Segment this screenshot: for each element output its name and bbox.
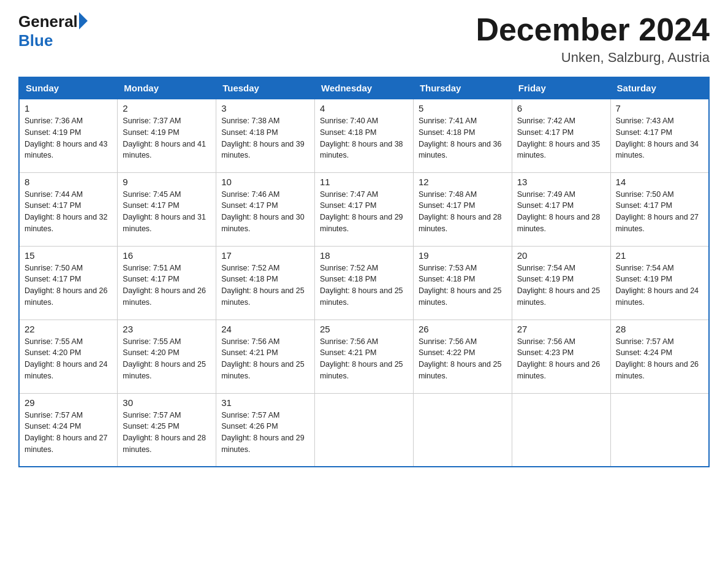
- day-number: 30: [123, 397, 211, 408]
- day-info: Sunrise: 7:56 AMSunset: 4:21 PMDaylight:…: [320, 337, 403, 380]
- calendar-cell: 15 Sunrise: 7:50 AMSunset: 4:17 PMDaylig…: [19, 246, 118, 320]
- calendar-week-row: 8 Sunrise: 7:44 AMSunset: 4:17 PMDayligh…: [19, 172, 709, 246]
- day-info: Sunrise: 7:40 AMSunset: 4:18 PMDaylight:…: [320, 117, 403, 159]
- day-info: Sunrise: 7:37 AMSunset: 4:19 PMDaylight:…: [123, 117, 206, 159]
- col-thursday: Thursday: [413, 77, 512, 99]
- day-number: 26: [419, 324, 507, 334]
- calendar-cell: 21 Sunrise: 7:54 AMSunset: 4:19 PMDaylig…: [610, 246, 709, 320]
- day-number: 15: [25, 250, 112, 261]
- day-number: 20: [517, 250, 605, 261]
- month-title: December 2024: [476, 12, 710, 47]
- calendar-week-row: 22 Sunrise: 7:55 AMSunset: 4:20 PMDaylig…: [19, 320, 709, 393]
- calendar-cell: 17 Sunrise: 7:52 AMSunset: 4:18 PMDaylig…: [216, 246, 315, 320]
- calendar-week-row: 29 Sunrise: 7:57 AMSunset: 4:24 PMDaylig…: [19, 393, 709, 467]
- day-info: Sunrise: 7:41 AMSunset: 4:18 PMDaylight:…: [419, 117, 502, 159]
- calendar-cell: 7 Sunrise: 7:43 AMSunset: 4:17 PMDayligh…: [610, 99, 709, 172]
- col-friday: Friday: [512, 77, 610, 99]
- day-number: 2: [123, 103, 211, 113]
- day-info: Sunrise: 7:56 AMSunset: 4:22 PMDaylight:…: [419, 337, 502, 380]
- day-number: 16: [123, 250, 211, 261]
- day-info: Sunrise: 7:55 AMSunset: 4:20 PMDaylight:…: [123, 337, 206, 380]
- col-monday: Monday: [118, 77, 216, 99]
- logo-text-general: General: [18, 12, 78, 31]
- col-wednesday: Wednesday: [315, 77, 414, 99]
- calendar-cell: 12 Sunrise: 7:48 AMSunset: 4:17 PMDaylig…: [413, 172, 512, 246]
- day-number: 13: [517, 177, 605, 187]
- day-info: Sunrise: 7:55 AMSunset: 4:20 PMDaylight:…: [25, 337, 108, 380]
- day-info: Sunrise: 7:57 AMSunset: 4:26 PMDaylight:…: [221, 411, 305, 454]
- day-number: 12: [419, 177, 507, 187]
- day-info: Sunrise: 7:46 AMSunset: 4:17 PMDaylight:…: [221, 190, 305, 233]
- day-info: Sunrise: 7:53 AMSunset: 4:18 PMDaylight:…: [419, 264, 502, 307]
- day-number: 29: [25, 397, 112, 408]
- calendar-cell: 27 Sunrise: 7:56 AMSunset: 4:23 PMDaylig…: [512, 320, 610, 393]
- calendar-cell: [413, 393, 512, 467]
- day-number: 3: [221, 103, 309, 113]
- calendar-cell: 9 Sunrise: 7:45 AMSunset: 4:17 PMDayligh…: [118, 172, 216, 246]
- day-info: Sunrise: 7:54 AMSunset: 4:19 PMDaylight:…: [616, 264, 699, 307]
- calendar-table: Sunday Monday Tuesday Wednesday Thursday…: [18, 77, 710, 467]
- day-number: 1: [25, 103, 112, 113]
- day-info: Sunrise: 7:57 AMSunset: 4:24 PMDaylight:…: [616, 337, 699, 380]
- day-info: Sunrise: 7:44 AMSunset: 4:17 PMDaylight:…: [25, 190, 108, 233]
- day-info: Sunrise: 7:36 AMSunset: 4:19 PMDaylight:…: [25, 117, 108, 159]
- day-number: 6: [517, 103, 605, 113]
- logo-triangle-icon: [79, 12, 88, 29]
- day-info: Sunrise: 7:42 AMSunset: 4:17 PMDaylight:…: [517, 117, 601, 159]
- calendar-cell: 1 Sunrise: 7:36 AMSunset: 4:19 PMDayligh…: [19, 99, 118, 172]
- calendar-header-row: Sunday Monday Tuesday Wednesday Thursday…: [19, 77, 709, 99]
- day-info: Sunrise: 7:56 AMSunset: 4:21 PMDaylight:…: [221, 337, 305, 380]
- day-info: Sunrise: 7:45 AMSunset: 4:17 PMDaylight:…: [123, 190, 206, 233]
- col-saturday: Saturday: [610, 77, 709, 99]
- title-block: December 2024 Unken, Salzburg, Austria: [476, 12, 710, 66]
- day-number: 22: [25, 324, 112, 334]
- day-info: Sunrise: 7:43 AMSunset: 4:17 PMDaylight:…: [616, 117, 699, 159]
- calendar-cell: 23 Sunrise: 7:55 AMSunset: 4:20 PMDaylig…: [118, 320, 216, 393]
- location-text: Unken, Salzburg, Austria: [476, 50, 710, 66]
- day-info: Sunrise: 7:50 AMSunset: 4:17 PMDaylight:…: [616, 190, 699, 233]
- day-number: 14: [616, 177, 703, 187]
- calendar-cell: 29 Sunrise: 7:57 AMSunset: 4:24 PMDaylig…: [19, 393, 118, 467]
- calendar-week-row: 15 Sunrise: 7:50 AMSunset: 4:17 PMDaylig…: [19, 246, 709, 320]
- day-number: 10: [221, 177, 309, 187]
- day-info: Sunrise: 7:48 AMSunset: 4:17 PMDaylight:…: [419, 190, 502, 233]
- day-number: 24: [221, 324, 309, 334]
- calendar-cell: 25 Sunrise: 7:56 AMSunset: 4:21 PMDaylig…: [315, 320, 414, 393]
- calendar-cell: 28 Sunrise: 7:57 AMSunset: 4:24 PMDaylig…: [610, 320, 709, 393]
- calendar-cell: [512, 393, 610, 467]
- day-number: 11: [320, 177, 408, 187]
- page-header: General Blue December 2024 Unken, Salzbu…: [18, 12, 710, 66]
- calendar-cell: 16 Sunrise: 7:51 AMSunset: 4:17 PMDaylig…: [118, 246, 216, 320]
- calendar-cell: 8 Sunrise: 7:44 AMSunset: 4:17 PMDayligh…: [19, 172, 118, 246]
- day-info: Sunrise: 7:38 AMSunset: 4:18 PMDaylight:…: [221, 117, 305, 159]
- day-number: 8: [25, 177, 112, 187]
- day-number: 5: [419, 103, 507, 113]
- calendar-cell: 22 Sunrise: 7:55 AMSunset: 4:20 PMDaylig…: [19, 320, 118, 393]
- calendar-cell: 3 Sunrise: 7:38 AMSunset: 4:18 PMDayligh…: [216, 99, 315, 172]
- day-info: Sunrise: 7:56 AMSunset: 4:23 PMDaylight:…: [517, 337, 601, 380]
- day-number: 4: [320, 103, 408, 113]
- calendar-cell: 31 Sunrise: 7:57 AMSunset: 4:26 PMDaylig…: [216, 393, 315, 467]
- logo: General Blue: [18, 12, 88, 50]
- calendar-cell: 11 Sunrise: 7:47 AMSunset: 4:17 PMDaylig…: [315, 172, 414, 246]
- day-info: Sunrise: 7:57 AMSunset: 4:25 PMDaylight:…: [123, 411, 206, 454]
- logo-text-blue: Blue: [18, 31, 53, 50]
- day-info: Sunrise: 7:52 AMSunset: 4:18 PMDaylight:…: [221, 264, 305, 307]
- calendar-cell: 18 Sunrise: 7:52 AMSunset: 4:18 PMDaylig…: [315, 246, 414, 320]
- day-number: 17: [221, 250, 309, 261]
- calendar-cell: 20 Sunrise: 7:54 AMSunset: 4:19 PMDaylig…: [512, 246, 610, 320]
- day-info: Sunrise: 7:57 AMSunset: 4:24 PMDaylight:…: [25, 411, 108, 454]
- day-info: Sunrise: 7:52 AMSunset: 4:18 PMDaylight:…: [320, 264, 403, 307]
- calendar-cell: 13 Sunrise: 7:49 AMSunset: 4:17 PMDaylig…: [512, 172, 610, 246]
- day-number: 23: [123, 324, 211, 334]
- calendar-cell: 10 Sunrise: 7:46 AMSunset: 4:17 PMDaylig…: [216, 172, 315, 246]
- calendar-cell: 24 Sunrise: 7:56 AMSunset: 4:21 PMDaylig…: [216, 320, 315, 393]
- day-info: Sunrise: 7:49 AMSunset: 4:17 PMDaylight:…: [517, 190, 601, 233]
- day-number: 31: [221, 397, 309, 408]
- day-info: Sunrise: 7:51 AMSunset: 4:17 PMDaylight:…: [123, 264, 206, 307]
- calendar-cell: 19 Sunrise: 7:53 AMSunset: 4:18 PMDaylig…: [413, 246, 512, 320]
- day-number: 21: [616, 250, 703, 261]
- day-number: 9: [123, 177, 211, 187]
- calendar-cell: 2 Sunrise: 7:37 AMSunset: 4:19 PMDayligh…: [118, 99, 216, 172]
- col-sunday: Sunday: [19, 77, 118, 99]
